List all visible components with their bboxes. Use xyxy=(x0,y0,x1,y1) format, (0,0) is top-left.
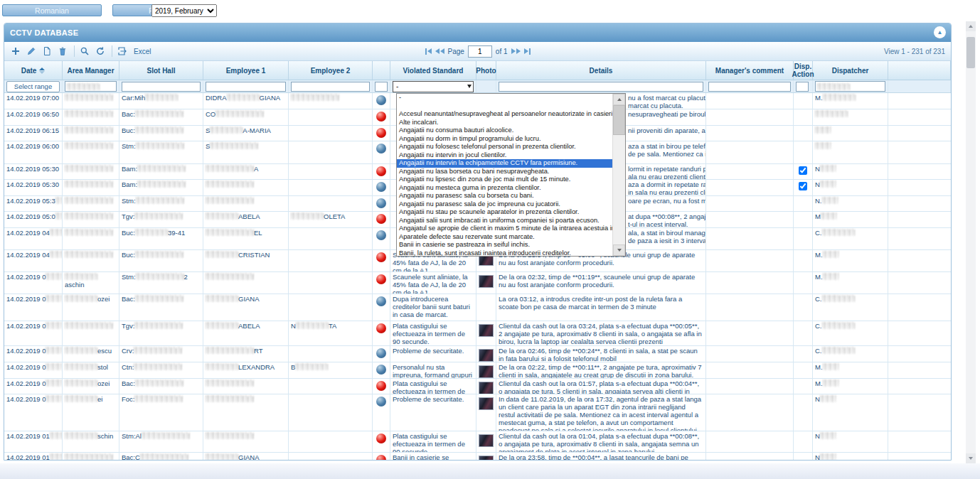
sort-icon[interactable] xyxy=(39,68,45,74)
dropdown-option[interactable]: Angajatul se apropie de client in maxim … xyxy=(397,225,613,233)
photo-thumbnail[interactable] xyxy=(479,434,494,447)
blurred-text xyxy=(822,197,839,204)
blurred-text xyxy=(215,110,264,117)
dropdown-option[interactable]: Angajatii nu lipsesc din zona de joc mai… xyxy=(397,176,613,184)
photo-thumbnail[interactable] xyxy=(479,456,494,461)
column-header-e2[interactable]: Employee 2 xyxy=(289,61,373,80)
table-row[interactable]: 14.02.2019 0ozeiBac:Plata castigului se … xyxy=(4,379,951,394)
column-header-ind[interactable] xyxy=(373,61,390,80)
cell-employee-2 xyxy=(289,196,373,211)
edit-record-icon[interactable] xyxy=(26,45,37,57)
dropdown-option[interactable]: Alte incalcari. xyxy=(397,119,613,127)
scroll-up-icon[interactable] xyxy=(966,21,976,31)
table-row[interactable]: 14.02.2019 0eiFoc:Probleme de securitate… xyxy=(4,394,951,431)
search-icon[interactable] xyxy=(79,45,90,57)
dropdown-option[interactable]: Angajatii nu parasesc sala cu borseta cu… xyxy=(397,192,613,200)
copy-record-icon[interactable] xyxy=(41,45,53,57)
page-scrollbar-thumb[interactable] xyxy=(966,37,975,68)
dropdown-option[interactable]: Banii in casierie se pastreaza in seiful… xyxy=(397,241,613,249)
photo-thumbnail[interactable] xyxy=(479,275,494,288)
dropdown-option[interactable]: Angajatii nu folosesc telefonul personal… xyxy=(397,143,613,151)
cell-photo xyxy=(476,453,496,461)
collapse-panel-button[interactable]: ▲ xyxy=(934,26,946,38)
column-header-disp[interactable]: Disp. Action xyxy=(794,61,813,80)
filter-input-slot[interactable] xyxy=(122,82,201,92)
photo-thumbnail[interactable] xyxy=(479,382,494,394)
column-header-details[interactable]: Details xyxy=(496,61,706,80)
table-row[interactable]: 14.02.2019 01schinStm:AlPlata castigului… xyxy=(4,431,951,453)
cell-details: Clientul da cash out la ora 01:04, plata… xyxy=(496,431,706,452)
cell-employee-2 xyxy=(289,126,373,141)
filter-input-ind[interactable] xyxy=(375,82,388,92)
scroll-down-icon[interactable] xyxy=(966,453,976,463)
last-page-button[interactable] xyxy=(524,48,531,55)
dropdown-option[interactable]: Angajatii nu intervin in jocul clientilo… xyxy=(397,151,613,160)
dropdown-scrollbar-thumb[interactable] xyxy=(613,105,625,135)
refresh-icon[interactable] xyxy=(95,45,106,57)
next-page-button[interactable] xyxy=(511,48,521,54)
dropdown-option[interactable]: Aparatele defecte sau rezervate sunt mar… xyxy=(397,233,613,242)
photo-thumbnail[interactable] xyxy=(479,397,494,410)
select-range-button[interactable]: Select range xyxy=(6,81,60,92)
column-header-photo[interactable]: Photo xyxy=(476,61,496,80)
filter-input-details[interactable] xyxy=(499,82,703,92)
column-header-dispatcher[interactable]: Dispatcher xyxy=(813,61,888,80)
table-row[interactable]: 14.02.2019 0stolCtn:LEXANDRABPersonalul … xyxy=(4,362,951,379)
table-row[interactable]: 14.02.2019 0aschinStm:2Scaunele sunt ali… xyxy=(4,272,951,294)
dropdown-option[interactable]: - xyxy=(397,94,613,102)
table-row[interactable]: 14.02.2019 0escuCrv:RTProbleme de securi… xyxy=(4,346,951,362)
column-header-date[interactable]: Date xyxy=(4,61,63,80)
excel-export-label[interactable]: Excel xyxy=(134,48,151,55)
filter-input-e1[interactable] xyxy=(206,82,286,92)
dropdown-option[interactable]: Angajatii nu dorm in timpul programului … xyxy=(397,135,613,144)
dropdown-option[interactable]: Angajatii nu parasesc sala de joc impreu… xyxy=(397,200,613,209)
violated-standard-filter-select[interactable]: - xyxy=(393,81,474,92)
scroll-down-icon[interactable] xyxy=(613,244,625,256)
cell-disp-action xyxy=(794,294,813,321)
cell-managers-comment xyxy=(706,346,794,362)
excel-export-icon[interactable] xyxy=(117,45,128,57)
scroll-up-icon[interactable] xyxy=(613,94,625,105)
delete-record-icon[interactable] xyxy=(57,45,68,57)
dropdown-option[interactable]: Angajatii nu stau pe scaunele aparatelor… xyxy=(397,208,613,217)
language-button-romanian[interactable]: Romanian xyxy=(2,4,102,16)
page-input[interactable] xyxy=(468,45,492,58)
column-header-tail[interactable] xyxy=(888,61,951,80)
photo-thumbnail[interactable] xyxy=(479,349,494,362)
column-header-vs[interactable]: Violated Standard xyxy=(390,61,476,80)
dropdown-option[interactable]: Angajatii nu consuma bauturi alcoolice. xyxy=(397,127,613,135)
page-scrollbar[interactable] xyxy=(966,21,976,463)
filter-input-dispatcher[interactable] xyxy=(815,81,885,92)
column-header-am[interactable]: Area Manager xyxy=(63,61,119,80)
dropdown-option[interactable]: Angajatii nu mesteca guma in prezenta cl… xyxy=(397,184,613,193)
disp-action-checkbox[interactable] xyxy=(799,182,807,190)
disp-action-checkbox[interactable] xyxy=(799,166,807,175)
filter-input-mc[interactable] xyxy=(708,82,791,92)
dropdown-option[interactable] xyxy=(397,102,613,111)
first-page-button[interactable] xyxy=(425,48,431,55)
dropdown-option[interactable]: Angajatii salii sunt imbracati in unifor… xyxy=(397,217,613,225)
dropdown-option[interactable]: Accesul neanuntat/nesupravegheat al pers… xyxy=(397,110,613,119)
photo-thumbnail[interactable] xyxy=(479,324,494,337)
filter-input-e2[interactable] xyxy=(291,82,370,92)
add-record-icon[interactable] xyxy=(10,45,21,57)
dropdown-scrollbar[interactable] xyxy=(612,94,625,256)
text-fragment: N xyxy=(815,432,820,440)
dropdown-option[interactable]: Angajatii nu intervin la echipamentele C… xyxy=(397,159,613,168)
filter-input-am[interactable] xyxy=(65,81,117,92)
column-header-slot[interactable]: Slot Hall xyxy=(119,61,203,80)
filter-input-disp[interactable] xyxy=(796,82,809,92)
table-row[interactable]: 14.02.2019 01Bac:CGIANABanii in casierie… xyxy=(4,453,951,461)
month-select[interactable]: 2019, February xyxy=(151,4,217,17)
dropdown-option[interactable]: Angajatii nu lasa borseta cu bani nesupr… xyxy=(397,168,613,176)
table-row[interactable]: 14.02.2019 0Tgv:ABELANTAPlata castigului… xyxy=(4,321,951,346)
table-row[interactable]: 14.02.2019 0ozeiBac:GIANADupa introducer… xyxy=(4,294,951,321)
blurred-text xyxy=(65,347,97,354)
column-header-mc[interactable]: Manager's comment xyxy=(706,61,794,80)
dropdown-option[interactable]: Banii, la ruleta, sunt incasati inaintea… xyxy=(397,249,613,257)
photo-thumbnail[interactable] xyxy=(479,365,494,378)
column-header-e1[interactable]: Employee 1 xyxy=(203,61,289,80)
filter-cell-slot xyxy=(119,80,203,92)
cell-date: 14.02.2019 05:0 xyxy=(4,212,63,227)
prev-page-button[interactable] xyxy=(435,48,444,54)
